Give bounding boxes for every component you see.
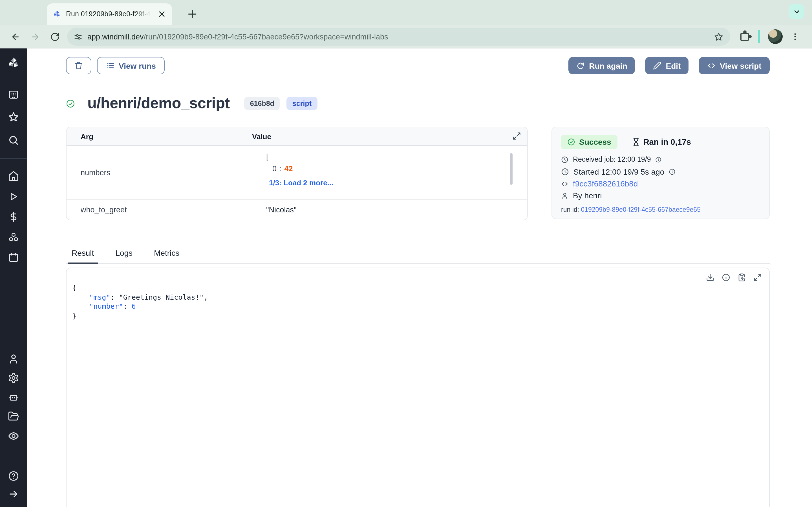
author-row: By henri (561, 191, 760, 200)
version-badge[interactable]: 616b8d (245, 97, 280, 110)
value-scrollbar[interactable] (510, 153, 513, 185)
back-button[interactable] (11, 32, 20, 41)
sidebar-item-workers[interactable] (8, 392, 19, 403)
page-title: u/henri/demo_script (87, 95, 230, 112)
browser-menu-icon[interactable] (791, 32, 800, 41)
sidebar-item-apps[interactable] (8, 89, 19, 100)
edit-label: Edit (666, 61, 681, 70)
sidebar-item-resources[interactable] (8, 231, 19, 243)
tab-close-icon[interactable] (157, 10, 166, 18)
received-label: Received job: 12:00 19/9 (573, 156, 651, 163)
status-badge: Success (561, 135, 617, 149)
run-again-label: Run again (589, 61, 627, 70)
url-host: app.windmill.dev (87, 33, 144, 41)
result-panel: { "msg": "Greetings Nicolas!", "number":… (66, 268, 770, 507)
list-icon (106, 61, 114, 70)
sidebar (0, 48, 27, 507)
code-icon (707, 61, 715, 70)
json-line: { (72, 283, 763, 293)
received-row: Received job: 12:00 19/9 (561, 156, 760, 163)
delete-run-button[interactable] (66, 57, 91, 74)
status-row: Success Ran in 0,17s (561, 135, 760, 149)
sidebar-item-folders[interactable] (8, 411, 19, 422)
forward-button (31, 32, 40, 41)
script-hash-row: f9cc3f6882616b8d (561, 179, 760, 188)
sidebar-item-variables[interactable] (8, 211, 19, 223)
run-info-panel: Success Ran in 0,17s Received job: 12:00… (552, 127, 770, 219)
extensions-icon[interactable] (741, 33, 749, 41)
script-hash-link[interactable]: f9cc3f6882616b8d (573, 179, 638, 188)
refresh-icon (576, 61, 585, 70)
run-id-row: run id: 019209b9-89e0-f29f-4c55-667baece… (561, 206, 760, 213)
sidebar-divider (0, 158, 27, 159)
tab-metrics[interactable]: Metrics (150, 248, 183, 263)
args-table: Arg Value numbers [ 0:42 1/3: Load 2 mor… (66, 127, 528, 220)
code-icon (561, 180, 568, 187)
run-again-button[interactable]: Run again (568, 57, 635, 74)
kind-badge[interactable]: script (287, 97, 317, 110)
url-bar[interactable]: app.windmill.dev/run/019209b9-89e0-f29f-… (67, 27, 730, 46)
main-content: View runs Run again Edit (27, 48, 812, 507)
hourglass-icon (632, 138, 640, 146)
json-line: "number": 6 (72, 302, 763, 311)
windmill-logo-icon[interactable] (6, 56, 20, 70)
url-text[interactable]: app.windmill.dev/run/019209b9-89e0-f29f-… (87, 33, 709, 41)
duration-label: Ran in 0,17s (644, 137, 691, 147)
sidebar-item-audit-logs[interactable] (8, 430, 19, 442)
result-json[interactable]: { "msg": "Greetings Nicolas!", "number":… (66, 268, 769, 321)
info-icon[interactable] (669, 168, 675, 175)
sidebar-item-users[interactable] (8, 353, 19, 364)
browser-toolbar: app.windmill.dev/run/019209b9-89e0-f29f-… (0, 25, 812, 48)
tab-search-button[interactable] (789, 4, 804, 19)
clipboard-copy-icon[interactable] (738, 273, 746, 282)
result-tabs: Result Logs Metrics (66, 245, 770, 264)
sidebar-expand-icon[interactable] (8, 489, 19, 500)
duration: Ran in 0,17s (632, 137, 691, 147)
site-settings-icon[interactable] (74, 33, 82, 41)
author-label: By henri (573, 191, 602, 200)
array-entry: 0:42 (272, 165, 527, 173)
bookmark-star-icon[interactable] (714, 32, 723, 41)
browser-tab[interactable]: Run 019209b9-89e0-f29f-4c (47, 3, 172, 25)
args-col-value: Value (252, 132, 271, 140)
edit-button[interactable]: Edit (645, 57, 689, 74)
actions-row: View runs Run again Edit (66, 57, 770, 74)
tab-result[interactable]: Result (68, 248, 98, 263)
arg-name: numbers (66, 146, 266, 200)
sidebar-item-schedules[interactable] (8, 252, 19, 263)
args-expand-icon[interactable] (513, 132, 521, 140)
trash-icon (74, 61, 83, 70)
sidebar-item-home[interactable] (8, 171, 19, 182)
arg-name: who_to_greet (66, 200, 266, 220)
run-id-label: run id: (561, 206, 579, 213)
profile-avatar[interactable] (768, 29, 783, 44)
new-tab-button[interactable] (186, 8, 199, 20)
args-row-numbers: numbers [ 0:42 1/3: Load 2 more... (66, 146, 527, 200)
pencil-icon (653, 61, 661, 70)
expand-icon[interactable] (753, 273, 762, 282)
check-circle-icon (567, 138, 575, 146)
reload-button[interactable] (50, 32, 60, 41)
sidebar-item-settings[interactable] (8, 372, 19, 384)
info-icon[interactable] (656, 156, 662, 163)
load-more-link[interactable]: 1/3: Load 2 more... (269, 179, 527, 187)
sidebar-item-help[interactable] (8, 470, 19, 482)
clock-icon (561, 168, 569, 176)
tab-logs[interactable]: Logs (111, 248, 137, 263)
json-line: } (72, 311, 763, 321)
sidebar-item-search[interactable] (8, 135, 19, 146)
run-id-link[interactable]: 019209b9-89e0-f29f-4c55-667baece9e65 (581, 206, 701, 213)
download-icon[interactable] (706, 273, 714, 282)
view-runs-label: View runs (119, 61, 156, 70)
args-col-arg: Arg (66, 132, 252, 140)
sidebar-item-runs[interactable] (8, 191, 19, 202)
sidebar-item-favorites[interactable] (8, 111, 19, 123)
user-icon (561, 192, 568, 199)
tab-title: Run 019209b9-89e0-f29f-4c (66, 10, 153, 18)
view-runs-button[interactable]: View runs (97, 57, 165, 74)
view-script-button[interactable]: View script (699, 57, 770, 74)
clock-icon (561, 156, 568, 163)
started-label: Started 12:00 19/9 5s ago (573, 167, 664, 176)
args-row-who-to-greet: who_to_greet "Nicolas" (66, 200, 527, 220)
info-icon[interactable] (722, 273, 730, 282)
